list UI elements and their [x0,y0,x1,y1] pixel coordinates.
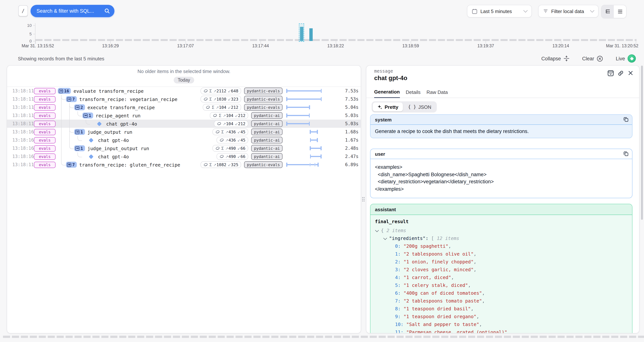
selected-bar-outline [299,24,304,42]
scrollbar-thumb[interactable] [641,66,643,220]
tree-guide [58,120,66,128]
collapse-node-button[interactable]: 16 [58,88,71,94]
dock-panel-icon[interactable] [608,70,614,76]
tree-guide [74,112,82,120]
duration-bar-track [286,87,322,95]
item-string: "2 tablespoons olive oil" [401,251,474,257]
copy-icon[interactable] [623,116,629,122]
time-range-dropdown[interactable]: Last 5 minutes [467,5,532,18]
trace-row[interactable]: 13:18:11evals16evaluate transform_recipe… [7,87,361,95]
trace-row[interactable]: 13:18:11evalschat gpt-4o↗104↙212pydantic… [7,120,361,128]
search-placeholder: Search & filter with SQL... [36,8,104,14]
evals-tag-badge[interactable]: evals [34,88,56,94]
tree-guide [66,144,74,152]
collapse-node-button[interactable]: 1 [74,129,85,135]
package-badge: pydantic-ai [252,153,282,160]
sigma-icon: Σ [209,88,212,93]
comma: , [474,267,476,272]
duration-text: 1.68s [345,128,358,136]
trace-rows: 13:18:11evals16evaluate transform_recipe… [7,86,361,169]
span-kind-label: message [374,68,393,74]
pretty-toggle-button[interactable]: Pretty [373,102,403,112]
copy-icon[interactable] [623,151,629,156]
close-icon[interactable] [628,70,634,76]
child-count: 7 [72,162,75,167]
tokens-coin-icon [203,163,208,166]
list-view-button[interactable] [614,5,626,18]
trace-row[interactable]: 13:18:16evals1judge_output runΣ↗436↙45py… [7,128,361,136]
trace-row[interactable]: 13:18:16evals1judge_input_output runΣ↗49… [7,144,361,152]
sigma-icon: Σ [222,146,224,151]
collapse-node-button[interactable]: 2 [74,104,85,110]
tree-guide [58,112,66,120]
duration-text: 6.89s [345,160,358,169]
json-toggle-button[interactable]: { } JSON [404,102,436,112]
span-name: judge_input_output run [88,146,149,151]
duration-text: 7.53s [345,95,358,103]
view-mode-toggle [601,5,626,18]
tab-raw-data[interactable]: Raw Data [426,90,448,98]
expand-node-button[interactable]: 7 [66,162,76,168]
token-metrics-badge: ↗490↙66 [216,153,248,160]
collapse-node-button[interactable]: 7 [66,96,76,102]
collapse-node-button[interactable]: 1 [82,112,93,118]
trace-row[interactable]: 13:18:11evals1recipe_agent runΣ↗104↙212p… [7,112,361,120]
duration-bar-track [286,144,322,152]
evals-tag-badge[interactable]: evals [34,162,56,168]
tree-view-button[interactable] [602,5,614,18]
evals-tag-badge[interactable]: evals [34,137,56,143]
package-badge: pydantic-evals [244,96,282,102]
evals-tag-badge[interactable]: evals [34,153,56,160]
evals-tag-badge[interactable]: evals [34,112,56,119]
search-input[interactable]: Search & filter with SQL... [30,5,114,17]
trace-list-panel: No older items in the selected time wind… [7,65,361,334]
evals-tag-badge[interactable]: evals [34,104,56,110]
token-metrics-badge: Σ↗104↙212 [203,104,241,111]
chevron-down-icon [375,228,379,232]
row-timestamp: 13:18:16 [7,154,31,159]
json-array-item: 11: "Parmesan cheese, grated (optional)" [374,328,627,334]
search-icon [104,8,110,14]
item-string: "2 cloves garlic, minced" [401,267,474,272]
evals-tag-badge[interactable]: evals [34,120,56,127]
x-axis-label: Mar 31. 13:20:52 [606,44,638,48]
item-string: "400g can of diced tomatoes" [401,290,482,296]
tree-guide [58,160,66,169]
evals-tag-badge[interactable]: evals [34,129,56,135]
live-toggle[interactable]: Live [616,54,636,62]
histogram-bar[interactable] [309,28,312,41]
span-name: chat gpt-4o [98,137,129,143]
tree-indent: 1 [58,112,93,120]
evals-tag-badge[interactable]: evals [34,145,56,152]
tree-indent: 2 [58,103,85,112]
row-timestamp: 13:18:11 [7,162,31,167]
trace-row[interactable]: 13:18:16evalschat gpt-4o↗490↙66pydantic-… [7,152,361,160]
collapse-node-button[interactable]: 1 [74,145,85,151]
collapse-button[interactable]: Collapse [541,56,570,62]
leaf-diamond-icon [89,138,93,142]
trace-row[interactable]: 13:18:16evalschat gpt-4o↗436↙45pydantic-… [7,136,361,144]
x-axis-label: 13:18:22 [327,44,344,48]
item-string: "1 celery stalk, diced" [401,282,468,288]
span-name: chat gpt-4o [98,154,129,159]
trace-row[interactable]: 13:18:11evals7transform_recipe: vegetari… [7,95,361,103]
tab-details[interactable]: Details [406,90,420,98]
duration-bar-track [286,103,322,112]
leaf-diamond-icon [97,121,102,126]
evals-tag-badge[interactable]: evals [34,96,56,102]
json-root-line[interactable]: { 2 items [374,226,627,234]
tab-generation[interactable]: Generation [374,89,400,98]
comma: , [474,259,476,264]
x-tick [110,41,111,44]
trace-row[interactable]: 13:18:11evals7transform_recipe: gluten_f… [7,160,361,169]
y-axis-label: 5 [20,32,32,36]
panel-resize-handle[interactable] [362,197,365,202]
trace-row[interactable]: 13:18:11evals2execute transform_recipeΣ↗… [7,103,361,112]
package-badge: pydantic-evals [244,88,282,94]
filter-local-data-dropdown[interactable]: Filter local data [538,5,598,18]
json-key-line[interactable]: "ingredients": [ 12 items [374,234,627,242]
item-index: 11: [395,329,404,334]
clear-button[interactable]: Clear [582,55,603,62]
tree-guide [66,128,74,136]
copy-link-icon[interactable] [618,70,624,76]
